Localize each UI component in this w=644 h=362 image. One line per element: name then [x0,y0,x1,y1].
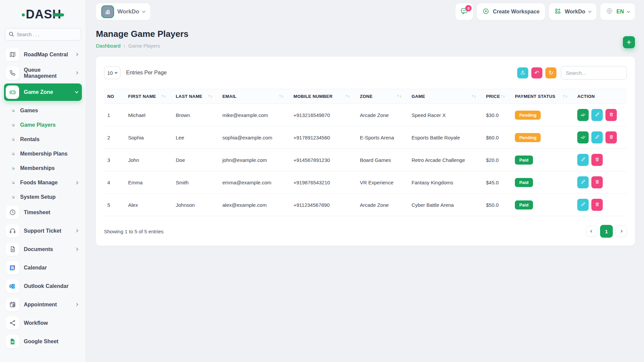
sort-icon[interactable]: ↑↓ [208,94,216,99]
create-workspace-button[interactable]: Create Workspace [477,3,545,20]
sort-icon[interactable]: ↑↓ [471,94,479,99]
sidebar-item-documents[interactable]: Documents [4,241,82,257]
sort-icon[interactable]: ↑↓ [562,94,571,99]
delete-button[interactable] [591,176,603,188]
refresh-button[interactable]: ↻ [545,67,556,78]
sort-icon[interactable]: ↑↓ [397,94,405,99]
sidebar-item-label: Calendar [24,265,47,271]
chevron-right-icon [75,303,78,306]
chevron-left-icon [590,230,593,233]
column-header-email[interactable]: EMAIL ↑↓ [219,89,290,104]
cell-price: $60.0 [483,126,512,149]
sidebar-item-support-ticket[interactable]: Support Ticket [4,223,82,239]
delete-button[interactable] [591,154,603,166]
cell-email: emma@example.com [219,171,290,194]
sort-icon[interactable]: ↑↓ [279,94,287,99]
clock-icon [6,206,19,219]
cell-price: $50.0 [483,194,512,216]
account-menu[interactable]: WorkDo [549,3,596,20]
sidebar-item-workflow[interactable]: Workflow [4,315,82,331]
create-workspace-label: Create Workspace [493,9,539,15]
sidebar-subitem-game-players[interactable]: Game Players [4,118,82,132]
delete-button[interactable] [591,199,603,211]
building-icon [101,5,114,18]
cell-game: Retro Arcade Challenge [408,149,483,171]
pencil-icon [595,134,600,140]
sidebar-item-appointment[interactable]: Appointment [4,297,82,312]
delete-button[interactable] [605,109,617,121]
app-root: DASH RoadMap Central Queue Management Ga… [0,0,644,362]
delete-button[interactable] [605,131,617,143]
column-header-mobile-number[interactable]: MOBILE NUMBER ↑↓ [290,89,357,104]
cell-actions [574,194,627,216]
bullet-icon [11,123,15,127]
sidebar-item-queue-management[interactable]: Queue Management [4,65,82,81]
sort-icon[interactable]: ↑↓ [161,94,169,99]
table-search-input[interactable] [561,66,627,79]
cell-mobile-number: +919876543210 [290,171,357,194]
column-header-price[interactable]: PRICE ↑↓ [483,89,512,104]
sort-icon[interactable]: ↑↓ [345,94,353,99]
sidebar-subitem-memberships[interactable]: Memberships [4,161,82,175]
cell-email: john@example.com [219,149,290,171]
sidebar-subitem-foods-manage[interactable]: Foods Manage [4,176,82,190]
phone-icon [6,66,19,80]
sidebar-subitem-membership-plans[interactable]: Membership Plans [4,147,82,161]
breadcrumb-dashboard-link[interactable]: Dashboard [96,43,120,49]
sidebar-item-outlook-calendar[interactable]: Outlook Calendar [4,278,82,294]
undo-button[interactable]: ↶ [531,67,542,78]
sidebar-item-roadmap-central[interactable]: RoadMap Central [4,47,82,62]
column-header-first-name[interactable]: FIRST NAME ↑↓ [125,89,172,104]
pagination-page-button[interactable]: 1 [600,225,613,238]
account-label: WorkDo [565,9,585,15]
table-controls: 10 Entries Per Page ↶ ↻ [104,66,627,79]
column-header-game[interactable]: GAME ↑↓ [408,89,483,104]
pagination-next-button[interactable] [615,226,627,237]
cell-no: 5 [104,194,125,216]
sidebar-subitem-games[interactable]: Games [4,104,82,118]
cell-zone: Board Games [357,149,408,171]
edit-button[interactable] [577,199,589,211]
edit-button[interactable] [591,131,603,143]
language-selector[interactable]: EN [600,3,635,20]
approve-button[interactable] [577,131,589,143]
messenger-button[interactable]: 0 [455,3,473,20]
download-button[interactable] [517,67,528,78]
edit-button[interactable] [591,109,603,121]
bullet-icon [11,181,15,184]
approve-button[interactable] [577,109,589,121]
workspace-switcher[interactable]: WorkDo [96,3,150,20]
edit-button[interactable] [577,176,589,188]
bullet-icon [11,137,15,141]
cell-last-name: Johnson [172,194,219,216]
table-row: 3 John Doe john@example.com +91456789123… [104,149,627,171]
status-badge: Paid [515,178,533,187]
sidebar-item-google-sheet[interactable]: Google Sheet [4,334,82,349]
edit-button[interactable] [577,154,589,166]
cell-game: Speed Racer X [408,104,483,126]
cell-mobile-number: +914567891230 [290,149,357,171]
add-player-button[interactable]: + [623,36,635,48]
column-header-last-name[interactable]: LAST NAME ↑↓ [172,89,219,104]
players-card: 10 Entries Per Page ↶ ↻ NO FIRST NAME ↑↓ [96,57,635,246]
cell-payment-status: Paid [512,171,574,194]
cell-mobile-number: +917891234560 [290,126,357,149]
sidebar-item-calendar[interactable]: 31 Calendar [4,260,82,276]
sidebar-item-game-zone[interactable]: Game Zone [4,83,82,101]
sidebar-subitem-rentals[interactable]: Rentals [4,132,82,146]
sort-icon[interactable]: ↑↓ [500,94,508,99]
sidebar-subitem-label: Rentals [20,136,40,142]
entries-per-page-select[interactable]: 10 [104,66,120,79]
pagination-prev-button[interactable] [586,226,597,237]
cell-mobile-number: +911234567890 [290,194,357,216]
sidebar-menu: RoadMap Central Queue Management Game Zo… [0,47,86,349]
sidebar-subitem-system-setup[interactable]: System Setup [4,190,82,204]
cell-actions [574,149,627,171]
column-header-payment-status[interactable]: PAYMENT STATUS ↑↓ [512,89,574,104]
cell-first-name: Sophia [125,126,172,149]
chevron-down-icon [115,71,117,74]
sidebar-search-input[interactable] [5,28,81,41]
sidebar-item-timesheet[interactable]: Timesheet [4,204,82,220]
bullet-icon [11,109,15,112]
column-header-zone[interactable]: ZONE ↑↓ [357,89,408,104]
